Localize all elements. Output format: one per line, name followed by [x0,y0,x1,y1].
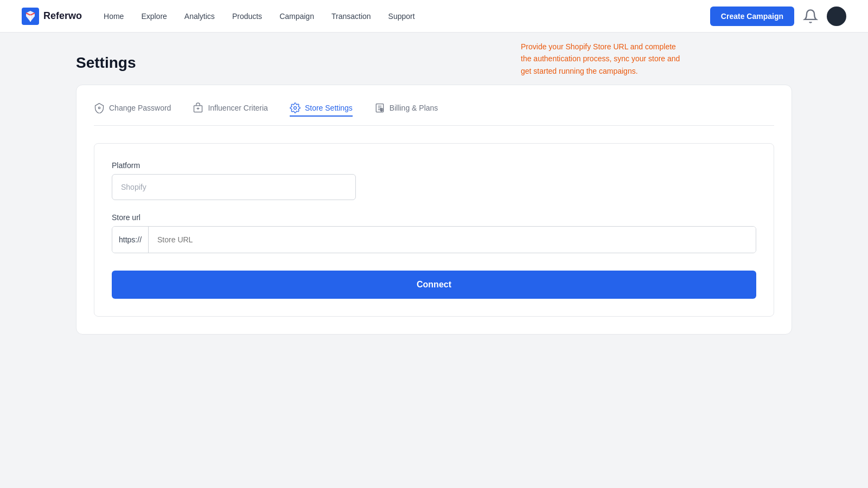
nav-campaign[interactable]: Campaign [279,12,314,21]
billing-icon: $ [374,102,385,113]
page-title: Settings [76,54,792,72]
gear-icon [290,102,301,113]
main-content: Settings Change Password Influencer Crit… [0,33,868,356]
platform-label: Platform [112,161,756,170]
shield-icon [94,102,105,113]
store-url-group: Store url https:// [112,213,756,253]
svg-point-1 [98,107,100,108]
navbar: Referwo Home Explore Analytics Products … [0,0,868,33]
page-header: Settings [76,54,792,72]
nav-transaction[interactable]: Transaction [331,12,371,21]
tab-billing-plans[interactable]: $ Billing & Plans [374,102,438,117]
settings-card: Change Password Influencer Criteria Stor… [76,85,792,335]
platform-select[interactable]: Shopify [112,174,356,200]
platform-group: Platform Shopify [112,161,756,200]
nav-home[interactable]: Home [104,12,124,21]
store-url-wrapper: https:// [112,226,756,253]
store-settings-form: Platform Shopify Store url https:// Conn… [94,143,774,317]
nav-links: Home Explore Analytics Products Campaign… [104,12,710,21]
tab-change-password-label: Change Password [109,104,171,112]
bell-icon[interactable] [803,9,818,24]
tab-influencer-criteria-label: Influencer Criteria [208,104,268,112]
tab-store-settings[interactable]: Store Settings [290,102,353,117]
logo-text: Referwo [43,10,82,22]
logo[interactable]: Referwo [22,8,82,25]
store-url-label: Store url [112,213,756,222]
tab-influencer-criteria[interactable]: Influencer Criteria [193,102,268,117]
settings-tabs: Change Password Influencer Criteria Stor… [94,102,774,126]
tab-billing-plans-label: Billing & Plans [390,104,438,112]
tab-change-password[interactable]: Change Password [94,102,171,117]
nav-explore[interactable]: Explore [141,12,167,21]
svg-point-5 [293,107,296,110]
tab-store-settings-label: Store Settings [305,104,353,112]
nav-support[interactable]: Support [388,12,415,21]
connect-button[interactable]: Connect [112,271,756,299]
nav-products[interactable]: Products [232,12,262,21]
svg-text:$: $ [381,109,382,111]
nav-analytics[interactable]: Analytics [184,12,215,21]
navbar-actions: Create Campaign [710,7,846,26]
logo-icon [22,8,39,25]
store-url-prefix: https:// [112,227,149,253]
store-url-input[interactable] [149,227,756,253]
avatar[interactable] [827,7,846,26]
create-campaign-button[interactable]: Create Campaign [710,7,794,26]
building-icon [193,102,203,113]
